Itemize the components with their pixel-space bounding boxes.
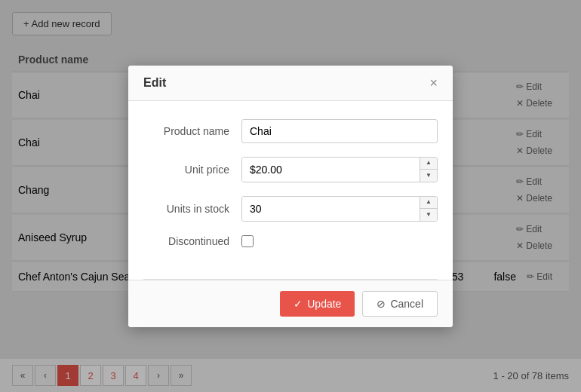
modal-body: Product name Unit price ▲ ▼ Units in sto…	[128, 101, 453, 279]
update-label: Update	[307, 298, 341, 310]
cancel-label: Cancel	[390, 298, 423, 310]
units-in-stock-spinner: ▲ ▼	[241, 196, 438, 222]
units-in-stock-input[interactable]	[242, 197, 420, 221]
product-name-input[interactable]	[241, 119, 438, 143]
product-name-row: Product name	[143, 119, 438, 143]
unit-price-increment-button[interactable]: ▲	[420, 158, 437, 170]
discontinued-row: Discontinued	[143, 235, 438, 247]
units-in-stock-spinner-buttons: ▲ ▼	[420, 197, 437, 221]
modal-footer: ✓ Update ⊘ Cancel	[128, 280, 453, 327]
unit-price-row: Unit price ▲ ▼	[143, 157, 438, 182]
product-name-label: Product name	[143, 125, 241, 137]
units-in-stock-label: Units in stock	[143, 203, 241, 215]
modal-overlay: Edit × Product name Unit price ▲ ▼	[0, 0, 581, 392]
modal-title: Edit	[143, 76, 166, 90]
unit-price-spinner-buttons: ▲ ▼	[420, 158, 437, 182]
cancel-button[interactable]: ⊘ Cancel	[362, 291, 438, 317]
edit-modal: Edit × Product name Unit price ▲ ▼	[128, 66, 453, 327]
units-in-stock-row: Units in stock ▲ ▼	[143, 196, 438, 222]
update-button[interactable]: ✓ Update	[280, 291, 355, 317]
cancel-icon: ⊘	[377, 298, 386, 310]
unit-price-spinner: ▲ ▼	[241, 157, 438, 182]
unit-price-input[interactable]	[242, 158, 420, 182]
checkmark-icon: ✓	[294, 298, 303, 310]
units-in-stock-increment-button[interactable]: ▲	[420, 197, 437, 209]
discontinued-label: Discontinued	[143, 235, 241, 247]
modal-close-button[interactable]: ×	[429, 76, 438, 90]
unit-price-label: Unit price	[143, 164, 241, 176]
unit-price-decrement-button[interactable]: ▼	[420, 170, 437, 182]
units-in-stock-decrement-button[interactable]: ▼	[420, 209, 437, 221]
modal-header: Edit ×	[128, 66, 453, 101]
discontinued-checkbox[interactable]	[241, 235, 254, 247]
